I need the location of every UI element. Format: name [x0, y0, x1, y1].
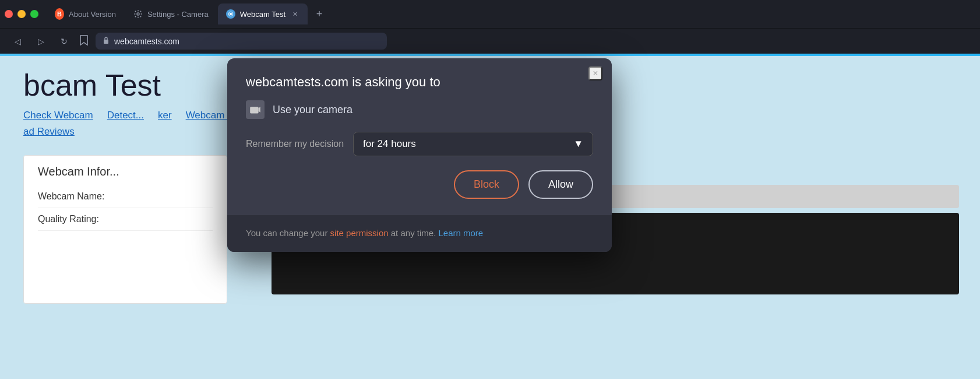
tab-settings[interactable]: Settings - Camera: [125, 3, 217, 24]
back-button[interactable]: ◁: [9, 33, 26, 50]
nav-link-check-webcam[interactable]: Check Webcam: [23, 110, 93, 121]
browser-chrome: B About Version Settings - Camera: [0, 0, 980, 56]
svg-point-0: [137, 13, 139, 15]
window-close-button[interactable]: [5, 10, 13, 18]
footer-text-middle: at any time.: [391, 228, 436, 238]
tab-close-button[interactable]: ✕: [290, 9, 299, 19]
svg-rect-3: [104, 40, 108, 44]
tab-webcam-label: Webcam Test: [240, 10, 285, 19]
tab-webcam[interactable]: Webcam Test ✕: [218, 3, 308, 24]
footer-text: You can change your site permission at a…: [246, 227, 593, 240]
nav-link-detect[interactable]: Detect...: [107, 110, 144, 121]
address-bar: ◁ ▷ ↻ webcamtests.com: [0, 28, 980, 54]
forward-button[interactable]: ▷: [33, 33, 49, 50]
chevron-down-icon: ▼: [573, 138, 583, 150]
footer-text-before: You can change your: [246, 228, 327, 238]
window-maximize-button[interactable]: [30, 10, 38, 18]
table-row: Quality Rating:: [38, 208, 213, 231]
permission-camera-label: Use your camera: [273, 104, 352, 116]
popup-title: webcamtests.com is asking you to: [246, 75, 593, 90]
webcam-tab-icon: [226, 9, 235, 19]
svg-rect-4: [250, 107, 258, 113]
lock-icon: [103, 36, 110, 46]
url-text: webcamtests.com: [114, 37, 179, 46]
site-permission-link[interactable]: site permission: [330, 228, 389, 238]
svg-point-1: [230, 13, 232, 15]
url-bar[interactable]: webcamtests.com: [96, 33, 387, 50]
nav-link-ad-reviews[interactable]: ad Reviews: [23, 126, 75, 137]
webcam-name-label: Webcam Name:: [38, 191, 119, 202]
permission-item: Use your camera: [246, 100, 593, 119]
svg-marker-5: [259, 107, 260, 113]
camera-icon: [249, 105, 261, 114]
new-tab-button[interactable]: +: [311, 6, 327, 22]
highlight-bar: [0, 54, 980, 56]
camera-icon-wrapper: [246, 100, 265, 119]
window-minimize-button[interactable]: [17, 10, 26, 18]
popup-footer: You can change your site permission at a…: [227, 215, 612, 252]
duration-select[interactable]: for 24 hours ▼: [353, 132, 593, 156]
remember-row: Remember my decision for 24 hours ▼: [246, 132, 593, 156]
block-button[interactable]: Block: [454, 170, 519, 199]
refresh-button[interactable]: ↻: [56, 33, 72, 50]
gear-icon: [133, 9, 143, 19]
tab-about-label: About Version: [69, 10, 116, 19]
allow-button[interactable]: Allow: [528, 170, 593, 199]
webcam-info-card: Webcam Infor... Webcam Name: Quality Rat…: [23, 155, 227, 304]
bookmark-button[interactable]: [79, 34, 89, 48]
permission-popup: × webcamtests.com is asking you to Use y…: [227, 58, 612, 252]
action-buttons: Block Allow: [246, 170, 593, 199]
brave-logo-icon: B: [55, 9, 64, 19]
tab-bar: B About Version Settings - Camera: [0, 0, 980, 28]
table-row: Webcam Name:: [38, 185, 213, 208]
tab-about[interactable]: B About Version: [47, 3, 124, 24]
webcam-info-title: Webcam Infor...: [38, 165, 213, 178]
tab-settings-label: Settings - Camera: [147, 10, 209, 19]
remember-label: Remember my decision: [246, 139, 344, 149]
popup-close-button[interactable]: ×: [588, 66, 602, 80]
nav-link-ker[interactable]: ker: [158, 110, 172, 121]
window-controls: [5, 10, 38, 18]
popup-main: × webcamtests.com is asking you to Use y…: [227, 58, 612, 215]
duration-value: for 24 hours: [363, 138, 416, 150]
learn-more-link[interactable]: Learn more: [439, 228, 484, 238]
quality-rating-label: Quality Rating:: [38, 214, 119, 224]
